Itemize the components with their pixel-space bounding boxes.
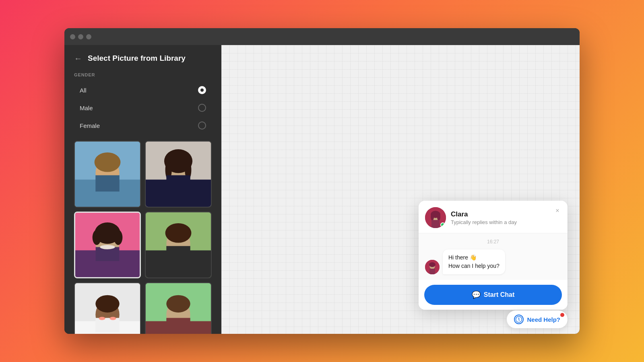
photo-item-2[interactable] xyxy=(145,141,212,208)
gender-male-radio[interactable] xyxy=(198,104,206,112)
svg-rect-46 xyxy=(429,269,435,274)
photo-face-5 xyxy=(75,283,140,334)
messenger-icon: 💬 xyxy=(472,290,481,299)
svg-point-48 xyxy=(518,318,520,319)
sidebar-header: ← Select Picture from Library xyxy=(64,45,221,69)
gender-option-female[interactable]: Female xyxy=(74,117,212,134)
svg-rect-4 xyxy=(95,175,119,192)
svg-point-3 xyxy=(95,152,121,172)
traffic-light-maximize[interactable] xyxy=(86,34,91,39)
start-chat-label: Start Chat xyxy=(484,291,514,298)
svg-rect-11 xyxy=(166,175,190,192)
photo-face-2 xyxy=(146,142,211,207)
sidebar-body: GENDER All Male Female xyxy=(64,69,221,334)
sidebar-title: Select Picture from Library xyxy=(88,54,186,63)
chat-message-row: Hi there 👋 How can I help you? xyxy=(425,249,561,274)
chat-body: 16:27 Hi there 👋 How c xyxy=(419,233,568,280)
svg-point-28 xyxy=(95,295,119,313)
chat-close-button[interactable]: × xyxy=(553,206,562,215)
app-window: ← Select Picture from Library GENDER All… xyxy=(64,28,580,334)
svg-rect-29 xyxy=(95,318,119,332)
chat-footer: 💬 Start Chat xyxy=(419,280,568,310)
chat-bubble: Hi there 👋 How can I help you? xyxy=(443,249,505,274)
gender-male-label: Male xyxy=(80,105,93,111)
agent-avatar xyxy=(425,207,446,228)
gender-option-all[interactable]: All xyxy=(74,82,212,98)
svg-point-23 xyxy=(165,223,192,243)
chat-message-line1: Hi there 👋 xyxy=(448,254,477,261)
gender-female-label: Female xyxy=(80,122,100,129)
traffic-lights xyxy=(70,34,91,39)
gender-option-male[interactable]: Male xyxy=(74,100,212,116)
photo-face-6 xyxy=(146,283,211,334)
chat-header: Clara Typically replies within a day × xyxy=(419,201,568,233)
svg-rect-42 xyxy=(431,220,440,228)
photo-item-4[interactable] xyxy=(145,212,212,278)
content-area: ← Select Picture from Library GENDER All… xyxy=(64,45,580,334)
photo-item-5[interactable] xyxy=(74,282,141,334)
svg-point-45 xyxy=(429,262,436,267)
svg-point-30 xyxy=(99,317,105,320)
svg-point-35 xyxy=(166,295,190,313)
chat-timestamp: 16:27 xyxy=(425,239,561,245)
message-avatar xyxy=(425,260,440,274)
svg-point-17 xyxy=(114,230,122,245)
agent-info: Clara Typically replies within a day xyxy=(451,210,561,225)
notification-dot xyxy=(560,313,564,317)
svg-point-16 xyxy=(93,230,101,245)
photo-item-3[interactable] xyxy=(74,212,141,278)
titlebar xyxy=(64,28,580,45)
photo-grid xyxy=(74,141,212,334)
gender-label: GENDER xyxy=(74,72,212,77)
need-help-label: Need Help? xyxy=(527,316,560,323)
svg-rect-24 xyxy=(166,246,190,263)
main-content: Clara Typically replies within a day × 1… xyxy=(221,45,580,334)
back-button[interactable]: ← xyxy=(74,54,82,62)
traffic-light-close[interactable] xyxy=(70,34,75,39)
online-indicator xyxy=(440,222,445,227)
agent-name: Clara xyxy=(451,210,561,218)
agent-status: Typically replies within a day xyxy=(451,219,561,225)
need-help-button[interactable]: Need Help? xyxy=(507,311,568,328)
svg-point-31 xyxy=(109,317,116,320)
svg-point-41 xyxy=(437,213,440,221)
photo-face-3 xyxy=(75,213,140,277)
traffic-light-minimize[interactable] xyxy=(78,34,83,39)
chat-widget: Clara Typically replies within a day × 1… xyxy=(419,201,568,310)
svg-rect-36 xyxy=(166,318,190,332)
sidebar: ← Select Picture from Library GENDER All… xyxy=(64,45,221,334)
photo-face-4 xyxy=(146,212,211,278)
svg-point-19 xyxy=(100,245,115,249)
start-chat-button[interactable]: 💬 Start Chat xyxy=(424,285,562,305)
photo-item-1[interactable] xyxy=(74,141,141,208)
gender-all-radio[interactable] xyxy=(198,86,206,94)
help-icon xyxy=(514,315,524,324)
svg-point-40 xyxy=(431,213,434,221)
gender-female-radio[interactable] xyxy=(198,121,206,130)
photo-face-1 xyxy=(75,142,140,207)
chat-message-line2: How can I help you? xyxy=(448,263,500,269)
photo-item-6[interactable] xyxy=(145,282,212,334)
gender-all-label: All xyxy=(80,87,87,94)
